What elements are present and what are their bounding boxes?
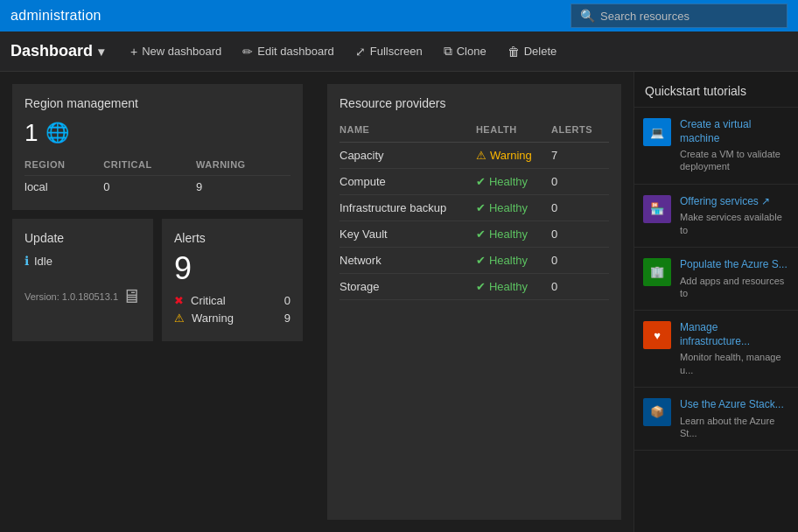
health-icon: ✔Healthy (476, 201, 528, 214)
provider-health: ✔Healthy (476, 274, 551, 300)
search-box[interactable]: 🔍 Search resources (570, 4, 788, 28)
quickstart-item-populate-azure[interactable]: 🏢 Populate the Azure S... Add apps and r… (634, 248, 798, 311)
info-icon: ℹ (24, 254, 29, 268)
quickstart-item-create-vm[interactable]: 💻 Create a virtual machine Create a VM t… (634, 108, 798, 185)
provider-name: Infrastructure backup (340, 195, 476, 221)
create-vm-icon: 💻 (643, 118, 671, 146)
edit-dashboard-label: Edit dashboard (257, 45, 333, 58)
region-name: local (24, 176, 103, 199)
provider-health: ✔Healthy (476, 195, 551, 221)
right-panel: Quickstart tutorials 💻 Create a virtual … (634, 72, 798, 532)
provider-name: Capacity (340, 143, 476, 169)
version-label: Version: 1.0.180513.1 (24, 291, 118, 302)
edit-dashboard-button[interactable]: ✏ Edit dashboard (234, 40, 342, 63)
alerts-card[interactable]: Alerts 9 ✖ Critical 0 ⚠ Warning 9 (162, 219, 303, 341)
alert-count: 9 (284, 312, 290, 325)
col-warning: WARNING (196, 156, 290, 176)
provider-alerts: 0 (551, 274, 609, 300)
health-icon: ✔Healthy (476, 175, 528, 188)
fullscreen-button[interactable]: ⤢ Fullscreen (346, 40, 431, 63)
search-placeholder: Search resources (600, 10, 690, 23)
qs-desc-create-vm: Create a VM to validate deployment (680, 148, 789, 173)
plus-icon: + (130, 45, 137, 59)
region-table: REGION CRITICAL WARNING local 0 9 (24, 156, 290, 198)
table-row[interactable]: Capacity ⚠Warning 7 (340, 143, 609, 169)
region-management-title: Region management (24, 96, 290, 110)
update-card: Update ℹ Idle Version: 1.0.180513.1 🖥 (12, 219, 153, 341)
alerts-title: Alerts (174, 231, 290, 245)
alert-label: Warning (192, 312, 277, 325)
qs-title-create-vm: Create a virtual machine (680, 118, 789, 145)
middle-panel: Resource providers NAME HEALTH ALERTS Ca… (315, 72, 634, 532)
app-title: administration (10, 8, 102, 24)
clone-label: Clone (457, 45, 486, 58)
alert-count: 0 (284, 294, 290, 307)
col-region: REGION (24, 156, 103, 176)
globe-icon: 🌐 (46, 122, 69, 144)
region-critical: 0 (103, 176, 196, 199)
qs-desc-use-azure: Learn about the Azure St... (680, 415, 789, 440)
qs-title-manage-infra: Manage infrastructure... (680, 321, 789, 348)
table-row[interactable]: Network ✔Healthy 0 (340, 248, 609, 274)
table-row[interactable]: Compute ✔Healthy 0 (340, 169, 609, 195)
trash-icon: 🗑 (508, 45, 520, 59)
provider-health: ✔Healthy (476, 221, 551, 248)
dashboard-label: Dashboard ▾ (10, 42, 104, 60)
provider-health: ✔Healthy (476, 169, 551, 195)
provider-name: Compute (340, 169, 476, 195)
alert-label: Critical (191, 294, 277, 307)
new-dashboard-button[interactable]: + New dashboard (122, 40, 230, 63)
provider-health: ✔Healthy (476, 248, 551, 274)
region-count-row: 1 🌐 (24, 119, 290, 147)
quickstart-item-use-azure[interactable]: 📦 Use the Azure Stack... Learn about the… (634, 388, 798, 451)
provider-health: ⚠Warning (476, 143, 551, 169)
update-title: Update (24, 231, 141, 245)
left-panel: Region management 1 🌐 REGION CRITICAL WA… (0, 72, 315, 532)
manage-infra-icon: ♥ (643, 321, 671, 349)
table-row[interactable]: local 0 9 (24, 176, 290, 199)
table-row[interactable]: Storage ✔Healthy 0 (340, 274, 609, 300)
populate-azure-icon: 🏢 (643, 258, 671, 286)
new-dashboard-label: New dashboard (142, 45, 221, 58)
topbar: administration 🔍 Search resources (0, 0, 798, 32)
update-status: ℹ Idle (24, 254, 141, 268)
delete-button[interactable]: 🗑 Delete (499, 40, 566, 63)
provider-alerts: 7 (551, 143, 609, 169)
qs-desc-manage-infra: Monitor health, manage u... (680, 351, 789, 376)
alert-row: ⚠ Warning 9 (174, 312, 290, 325)
version-row: Version: 1.0.180513.1 🖥 (24, 285, 141, 308)
region-count: 1 (24, 119, 38, 147)
provider-name: Key Vault (340, 221, 476, 248)
search-icon: 🔍 (580, 9, 595, 23)
critical-icon: ✖ (174, 294, 184, 307)
provider-name: Storage (340, 274, 476, 300)
quickstart-item-offering-services[interactable]: 🏪 Offering services ↗ Make services avai… (634, 185, 798, 248)
fullscreen-icon: ⤢ (355, 45, 366, 59)
resource-providers-card: Resource providers NAME HEALTH ALERTS Ca… (327, 84, 621, 520)
qs-title-populate-azure: Populate the Azure S... (680, 258, 789, 272)
resource-table: NAME HEALTH ALERTS Capacity ⚠Warning 7 C… (340, 121, 609, 300)
health-icon: ✔Healthy (476, 228, 528, 241)
update-status-text: Idle (34, 255, 52, 268)
fullscreen-label: Fullscreen (370, 45, 423, 58)
chevron-down-icon[interactable]: ▾ (98, 45, 104, 59)
qs-title-offering-services: Offering services ↗ (680, 195, 789, 209)
qs-title-use-azure: Use the Azure Stack... (680, 398, 789, 412)
health-icon: ✔Healthy (476, 280, 528, 293)
table-row[interactable]: Key Vault ✔Healthy 0 (340, 221, 609, 248)
dashboard-title: Dashboard (10, 42, 93, 60)
col-name: NAME (340, 121, 476, 143)
region-warning: 9 (196, 176, 290, 199)
provider-name: Network (340, 248, 476, 274)
quickstart-title: Quickstart tutorials (634, 72, 798, 108)
warning-icon: ⚠ (174, 312, 185, 325)
col-health: HEALTH (476, 121, 551, 143)
col-alerts: ALERTS (551, 121, 609, 143)
toolbar: Dashboard ▾ + New dashboard ✏ Edit dashb… (0, 32, 798, 72)
alerts-count: 9 (174, 250, 290, 287)
provider-alerts: 0 (551, 195, 609, 221)
clone-button[interactable]: ⧉ Clone (435, 39, 495, 63)
clone-icon: ⧉ (444, 44, 452, 59)
table-row[interactable]: Infrastructure backup ✔Healthy 0 (340, 195, 609, 221)
quickstart-item-manage-infra[interactable]: ♥ Manage infrastructure... Monitor healt… (634, 311, 798, 388)
